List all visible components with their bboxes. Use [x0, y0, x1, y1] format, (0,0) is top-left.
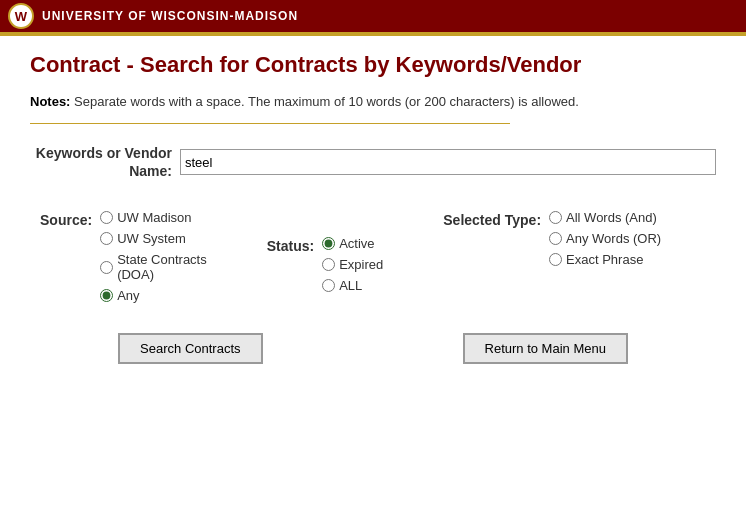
header: W UNIVERSITY OF WISCONSIN-MADISON	[0, 0, 746, 32]
status-radio-active[interactable]	[322, 237, 335, 250]
source-option-state[interactable]: State Contracts(DOA)	[100, 252, 207, 282]
type-label-anywords: Any Words (OR)	[566, 231, 661, 246]
type-radio-exact[interactable]	[549, 253, 562, 266]
keywords-row: Keywords or Vendor Name:	[30, 144, 716, 180]
status-radio-expired[interactable]	[322, 258, 335, 271]
keywords-input[interactable]	[180, 149, 716, 175]
source-label-uwsystem: UW System	[117, 231, 186, 246]
source-option-any[interactable]: Any	[100, 288, 207, 303]
type-radio-anywords[interactable]	[549, 232, 562, 245]
source-radio-uwsystem[interactable]	[100, 232, 113, 245]
return-to-main-menu-button[interactable]: Return to Main Menu	[463, 333, 628, 364]
notes-text: Separate words with a space. The maximum…	[74, 94, 579, 109]
type-option-exact[interactable]: Exact Phrase	[549, 252, 661, 267]
source-label: Source:	[40, 210, 92, 228]
type-option-allwords[interactable]: All Words (And)	[549, 210, 661, 225]
selected-type-label: Selected Type:	[443, 210, 541, 228]
status-option-all[interactable]: ALL	[322, 278, 383, 293]
search-contracts-button[interactable]: Search Contracts	[118, 333, 262, 364]
type-radio-allwords[interactable]	[549, 211, 562, 224]
status-section: Status: Active Expired ALL	[267, 236, 384, 293]
source-radio-uwmadison[interactable]	[100, 211, 113, 224]
divider	[30, 123, 510, 124]
keywords-label: Keywords or Vendor Name:	[30, 144, 180, 180]
options-area: Source: UW Madison UW System State Contr…	[30, 210, 716, 303]
selected-type-radio-group: All Words (And) Any Words (OR) Exact Phr…	[549, 210, 661, 267]
notes-section: Notes: Separate words with a space. The …	[30, 94, 716, 109]
source-option-uwsystem[interactable]: UW System	[100, 231, 207, 246]
source-radio-state[interactable]	[100, 261, 113, 274]
source-label-any: Any	[117, 288, 139, 303]
source-radio-any[interactable]	[100, 289, 113, 302]
type-label-exact: Exact Phrase	[566, 252, 643, 267]
source-label-state: State Contracts(DOA)	[117, 252, 207, 282]
selected-type-section: Selected Type: All Words (And) Any Words…	[443, 210, 661, 267]
status-label-expired: Expired	[339, 257, 383, 272]
status-label-all: ALL	[339, 278, 362, 293]
type-label-allwords: All Words (And)	[566, 210, 657, 225]
header-logo: W	[8, 3, 34, 29]
type-option-anywords[interactable]: Any Words (OR)	[549, 231, 661, 246]
page-title: Contract - Search for Contracts by Keywo…	[30, 52, 716, 78]
status-option-active[interactable]: Active	[322, 236, 383, 251]
status-label-active: Active	[339, 236, 374, 251]
status-radio-group: Active Expired ALL	[322, 236, 383, 293]
source-radio-group: UW Madison UW System State Contracts(DOA…	[100, 210, 207, 303]
notes-label: Notes:	[30, 94, 70, 109]
university-name: UNIVERSITY OF WISCONSIN-MADISON	[42, 9, 298, 23]
status-label: Status:	[267, 236, 314, 254]
status-option-expired[interactable]: Expired	[322, 257, 383, 272]
status-radio-all[interactable]	[322, 279, 335, 292]
buttons-row: Search Contracts Return to Main Menu	[30, 333, 716, 364]
source-section: Source: UW Madison UW System State Contr…	[40, 210, 207, 303]
source-label-uwmadison: UW Madison	[117, 210, 191, 225]
source-option-uwmadison[interactable]: UW Madison	[100, 210, 207, 225]
